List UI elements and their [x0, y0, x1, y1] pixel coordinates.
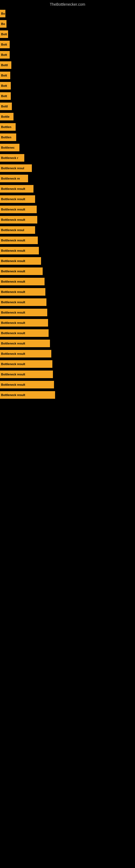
bar-row: Bottleneck result	[0, 349, 135, 358]
bar-14: Bottleneck r	[0, 154, 24, 162]
bar-row: Bott	[0, 40, 135, 49]
bar-row: Bott	[0, 30, 135, 38]
bar-label-34: Bottleneck result	[1, 362, 25, 366]
bar-row: Bott	[0, 51, 135, 59]
bar-row: Bottl	[0, 102, 135, 111]
bar-row: Bottleneck result	[0, 236, 135, 245]
bar-16: Bottleneck re	[0, 175, 28, 182]
bar-label-2: Bott	[1, 33, 7, 36]
bar-21: Bottleneck resul	[0, 226, 35, 234]
bar-9: Bottl	[0, 102, 12, 110]
bar-23: Bottleneck result	[0, 247, 39, 254]
bar-label-36: Bottleneck result	[1, 383, 25, 386]
bar-10: Bottle	[0, 113, 13, 120]
bar-30: Bottleneck result	[0, 319, 48, 327]
bar-33: Bottleneck result	[0, 350, 51, 358]
bar-row: Bottleneck result	[0, 339, 135, 348]
bar-label-21: Bottleneck resul	[1, 228, 24, 231]
bar-label-0: Bo	[1, 12, 5, 15]
bar-3: Bott	[0, 41, 10, 48]
bar-label-3: Bott	[1, 43, 7, 46]
bar-row: Bottleneck result	[0, 298, 135, 307]
bar-row: Bottleneck result	[0, 267, 135, 276]
bar-row: Bottleneck result	[0, 391, 135, 399]
bar-row: Bottleneck result	[0, 329, 135, 337]
bar-row: Bottleneck result	[0, 246, 135, 255]
bar-row: Bo	[0, 20, 135, 28]
bar-2: Bott	[0, 30, 8, 38]
bar-15: Bottleneck resul	[0, 164, 32, 172]
bar-label-28: Bottleneck result	[1, 301, 25, 304]
bar-1: Bo	[0, 20, 6, 28]
bar-29: Bottleneck result	[0, 309, 47, 316]
bar-label-23: Bottleneck result	[1, 249, 25, 252]
bar-label-24: Bottleneck result	[1, 259, 25, 262]
bar-row: Bottleneck result	[0, 308, 135, 317]
bar-row: Bottle	[0, 112, 135, 121]
bar-label-4: Bott	[1, 53, 7, 56]
bar-label-13: Bottlenec	[1, 146, 14, 149]
bar-22: Bottleneck result	[0, 237, 38, 244]
bar-row: Bott	[0, 82, 135, 90]
bar-row: Bottleneck resul	[0, 164, 135, 173]
bar-row: Bottleneck resul	[0, 226, 135, 235]
bar-label-17: Bottleneck result	[1, 187, 25, 190]
bar-label-7: Bott	[1, 84, 7, 87]
bar-label-22: Bottleneck result	[1, 239, 25, 242]
bar-35: Bottleneck result	[0, 371, 53, 378]
bar-row: Bottlen	[0, 123, 135, 131]
bar-19: Bottleneck result	[0, 206, 37, 213]
bar-label-19: Bottleneck result	[1, 208, 25, 211]
bar-label-30: Bottleneck result	[1, 321, 25, 324]
bar-4: Bott	[0, 51, 10, 59]
bar-row: Bottleneck result	[0, 195, 135, 204]
bar-5: Bottl	[0, 61, 11, 69]
bar-0: Bo	[0, 10, 5, 18]
bar-label-29: Bottleneck result	[1, 311, 25, 314]
bar-row: Bottleneck result	[0, 318, 135, 327]
bar-12: Bottlen	[0, 133, 16, 141]
bar-label-10: Bottle	[1, 115, 9, 118]
bar-label-16: Bottleneck re	[1, 177, 20, 180]
bar-label-37: Bottleneck result	[1, 393, 25, 397]
bar-row: Bottleneck result	[0, 215, 135, 224]
bar-row: Bottleneck r	[0, 154, 135, 162]
bar-label-25: Bottleneck result	[1, 270, 25, 273]
bar-8: Bott	[0, 92, 11, 100]
bar-17: Bottleneck result	[0, 185, 34, 193]
bar-label-26: Bottleneck result	[1, 280, 25, 283]
bar-34: Bottleneck result	[0, 360, 52, 368]
bar-label-33: Bottleneck result	[1, 352, 25, 355]
bar-row: Bottleneck result	[0, 184, 135, 193]
bar-label-27: Bottleneck result	[1, 290, 25, 293]
bar-label-18: Bottleneck result	[1, 197, 25, 201]
bar-18: Bottleneck result	[0, 195, 35, 203]
bar-label-9: Bottl	[1, 105, 8, 108]
bar-28: Bottleneck result	[0, 299, 46, 306]
bar-24: Bottleneck result	[0, 257, 41, 265]
bar-label-6: Bott	[1, 74, 7, 77]
bar-row: Bottleneck result	[0, 370, 135, 379]
bar-row: Bottleneck result	[0, 205, 135, 214]
site-title: TheBottlenecker.com	[0, 0, 135, 8]
bar-label-1: Bo	[1, 22, 5, 26]
bar-row: Bottleneck result	[0, 380, 135, 389]
bar-label-35: Bottleneck result	[1, 373, 25, 376]
bar-31: Bottleneck result	[0, 329, 49, 337]
bar-13: Bottlenec	[0, 144, 19, 151]
bar-7: Bott	[0, 82, 11, 90]
bar-37: Bottleneck result	[0, 391, 55, 399]
bar-20: Bottleneck result	[0, 216, 37, 223]
bar-label-14: Bottleneck r	[1, 156, 18, 159]
bar-row: Bo	[0, 9, 135, 18]
bar-6: Bott	[0, 72, 10, 79]
bar-row: Bottleneck result	[0, 257, 135, 265]
bar-label-32: Bottleneck result	[1, 342, 25, 345]
bar-row: Bottlen	[0, 133, 135, 142]
bar-26: Bottleneck result	[0, 278, 45, 285]
bar-row: Bottleneck result	[0, 360, 135, 368]
bar-label-8: Bott	[1, 94, 7, 98]
bar-11: Bottlen	[0, 123, 16, 131]
bar-label-11: Bottlen	[1, 125, 11, 129]
bar-27: Bottleneck result	[0, 288, 45, 296]
